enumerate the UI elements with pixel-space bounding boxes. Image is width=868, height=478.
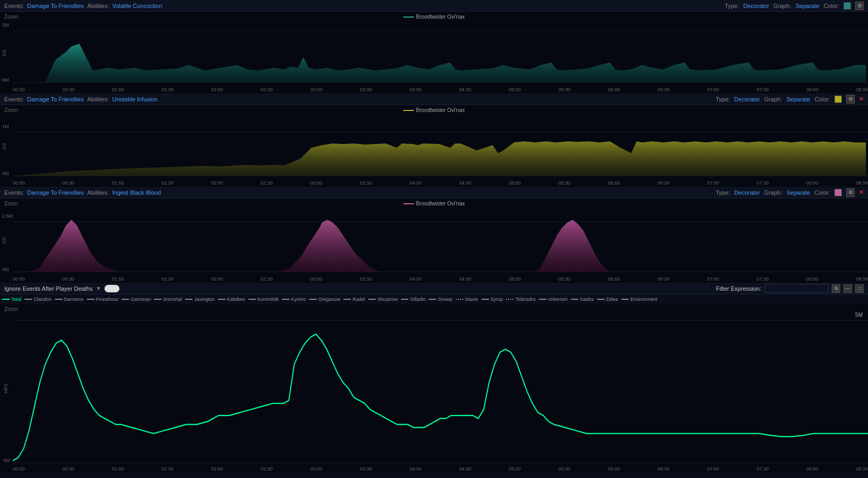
y-tick-max-2: 1M xyxy=(2,124,9,129)
color-swatch-1[interactable] xyxy=(843,2,851,10)
legend-item-environment: Environment xyxy=(621,297,657,302)
legend-name-1: Broodtwister Ovi'nax xyxy=(416,14,464,20)
settings-icon-1[interactable]: ⚙ xyxy=(855,2,864,10)
legend-label-sinwar: Sinwar xyxy=(438,297,453,302)
panel-header-left-1: Events: Damage To Friendlies Abilities: … xyxy=(4,3,162,9)
legend-label-immortal: Immortal xyxy=(163,297,182,302)
y-tick-min-2: 0M xyxy=(2,171,9,176)
toggle-button[interactable] xyxy=(105,285,119,292)
filter-input[interactable] xyxy=(765,284,829,293)
legend-label-kalidtwo: Kalidtwo xyxy=(227,297,245,302)
bottom-chart-area: Zoom HPS 5M 0M 00:00 00:30 01:00 01:30 0… xyxy=(0,304,868,473)
legend-item-total: Total xyxy=(2,297,21,302)
x-axis-1: 00:00 00:30 01:00 01:30 02:00 02:30 03:0… xyxy=(13,87,868,92)
legend-row: Total Clandon Darroonx Finesthour Garron… xyxy=(0,294,868,304)
y-tick-min-bottom: 0M xyxy=(3,458,10,463)
legend-label-tideradra: Tideradra xyxy=(515,297,535,302)
legend-label-oreganow: Oreganow xyxy=(318,297,341,302)
chart-svg-bottom xyxy=(13,304,868,473)
dropdown-icon[interactable]: ▼ xyxy=(96,285,101,291)
legend-item-kalidtwo: Kalidtwo xyxy=(218,297,245,302)
legend-line-staxie xyxy=(456,299,463,300)
legend-2: Broodtwister Ovi'nax xyxy=(403,107,464,113)
legend-line-shurprise xyxy=(368,299,376,300)
legend-item-kymiro: Kymiro xyxy=(282,297,306,302)
legend-item-jaxington: Jaxington xyxy=(185,297,215,302)
graph-value-2: Separate xyxy=(786,96,810,102)
x-axis-bottom: 00:00 00:30 01:00 01:30 02:00 02:30 03:0… xyxy=(13,466,868,472)
legend-label-kymiro: Kymiro xyxy=(291,297,306,302)
legend-item-darroonx: Darroonx xyxy=(55,297,84,302)
legend-line-sinwar xyxy=(429,299,436,300)
legend-line-tideradra xyxy=(506,299,513,300)
legend-line-syrup xyxy=(481,299,489,300)
legend-line-radel xyxy=(343,299,351,300)
bottom-panel-header: Ignore Events After Player Deaths ▼ Filt… xyxy=(0,283,868,294)
legend-1: Broodtwister Ovi'nax xyxy=(403,14,464,20)
legend-item-syrup: Syrup xyxy=(481,297,503,302)
expand-icon[interactable]: □ xyxy=(855,284,864,293)
abilities-label-1: Abilities: xyxy=(87,3,109,9)
legend-label-xaidra: Xaidra xyxy=(580,297,594,302)
legend-line-xaidra xyxy=(571,299,578,300)
legend-label-garronan: Garronan xyxy=(131,297,151,302)
chart-svg-1 xyxy=(13,12,866,93)
legend-item-clandon: Clandon xyxy=(25,297,52,302)
color-swatch-2[interactable] xyxy=(834,95,842,103)
type-label-2: Type: xyxy=(716,96,730,102)
legend-line-vokerism xyxy=(539,299,546,300)
close-button-2[interactable]: ✕ xyxy=(859,95,864,102)
y-tick-min-3: 0M xyxy=(2,267,9,272)
legend-line-2 xyxy=(403,110,414,111)
legend-line-silladin xyxy=(401,299,408,300)
type-label-3: Type: xyxy=(716,189,730,196)
y-axis-2: DS xyxy=(2,142,7,149)
type-value-3: Decorator xyxy=(734,189,760,196)
type-label-1: Type: xyxy=(725,3,739,9)
abilities-label-2: Abilities: xyxy=(87,96,109,102)
panel-header-right-3: Type: Decorator Graph: Separate Color: ⚙… xyxy=(716,188,864,197)
legend-line-finesthour xyxy=(87,299,94,300)
legend-item-xaidra: Xaidra xyxy=(571,297,594,302)
panel-header-right-2: Type: Decorator Graph: Separate Color: ⚙… xyxy=(716,95,864,103)
legend-line-garronan xyxy=(122,299,129,300)
legend-line-kymiro xyxy=(282,299,290,300)
legend-line-kommitdk xyxy=(248,299,256,300)
ignore-events-label: Ignore Events After Player Deaths xyxy=(4,285,93,292)
legend-item-garronan: Garronan xyxy=(122,297,151,302)
y-tick-max-3: 2.5M xyxy=(2,213,13,219)
legend-name-3: Broodtwister Ovi'nax xyxy=(416,201,464,206)
legend-line-kalidtwo xyxy=(218,299,226,300)
legend-item-oreganow: Oreganow xyxy=(309,297,341,302)
legend-item-shurprise: Shurprise xyxy=(368,297,398,302)
legend-item-zalea: Zalea xyxy=(597,297,618,302)
panel-ingest-black-blood: Events: Damage To Friendlies Abilities: … xyxy=(0,187,868,283)
legend-item-tideradra: Tideradra xyxy=(506,297,535,302)
graph-label-2: Graph: xyxy=(764,96,782,102)
legend-3: Broodtwister Ovi'nax xyxy=(403,201,464,206)
graph-label-1: Graph: xyxy=(773,3,791,9)
legend-line-total xyxy=(2,299,10,300)
type-value-1: Decorator xyxy=(743,3,769,9)
legend-label-shurprise: Shurprise xyxy=(377,297,398,302)
type-value-2: Decorator xyxy=(734,96,760,102)
legend-label-radel: Radel xyxy=(352,297,365,302)
filter-settings-icon[interactable]: ⚙ xyxy=(832,284,840,293)
abilities-label-3: Abilities: xyxy=(87,189,109,196)
events-label-2: Events: xyxy=(4,96,24,102)
settings-icon-3[interactable]: ⚙ xyxy=(846,188,855,197)
legend-label-clandon: Clandon xyxy=(34,297,52,302)
settings-icon-2[interactable]: ⚙ xyxy=(846,95,855,103)
close-button-3[interactable]: ✕ xyxy=(859,189,864,196)
color-label-2: Color: xyxy=(815,96,830,102)
events-label-1: Events: xyxy=(4,3,24,9)
legend-line-immortal xyxy=(154,299,162,300)
legend-label-kommitdk: Kommitdk xyxy=(258,297,279,302)
panel-header-right-1: Type: Decorator Graph: Separate Color: ⚙ xyxy=(725,2,864,10)
bottom-panel: Ignore Events After Player Deaths ▼ Filt… xyxy=(0,283,868,473)
y-tick-max-1: 2M xyxy=(2,22,9,28)
legend-line-jaxington xyxy=(185,299,192,300)
color-swatch-3[interactable] xyxy=(834,189,842,196)
minimize-icon[interactable]: — xyxy=(843,284,852,293)
y-axis-1: DS xyxy=(2,49,7,56)
